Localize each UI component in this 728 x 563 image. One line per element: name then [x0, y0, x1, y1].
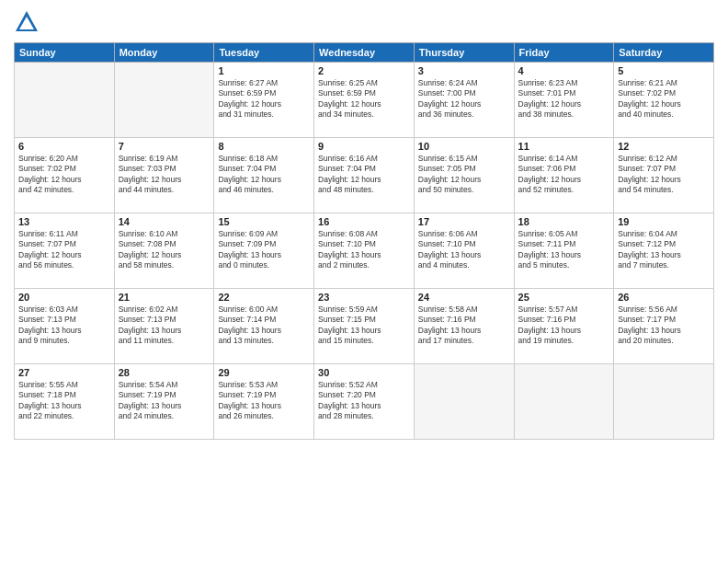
calendar-cell: 7Sunrise: 6:19 AM Sunset: 7:03 PM Daylig… [114, 138, 214, 213]
day-number: 24 [418, 292, 510, 303]
day-info: Sunrise: 6:11 AM Sunset: 7:07 PM Dayligh… [18, 229, 110, 271]
day-info: Sunrise: 6:24 AM Sunset: 7:00 PM Dayligh… [418, 78, 510, 121]
day-info: Sunrise: 6:04 AM Sunset: 7:12 PM Dayligh… [618, 229, 710, 271]
day-info: Sunrise: 5:56 AM Sunset: 7:17 PM Dayligh… [618, 304, 710, 347]
day-number: 11 [518, 141, 610, 152]
day-number: 30 [318, 367, 410, 378]
calendar-week-4: 27Sunrise: 5:55 AM Sunset: 7:18 PM Dayli… [15, 364, 714, 440]
day-info: Sunrise: 6:10 AM Sunset: 7:08 PM Dayligh… [119, 229, 210, 271]
day-number: 27 [18, 367, 110, 378]
calendar-cell [15, 63, 115, 138]
calendar-week-0: 1Sunrise: 6:27 AM Sunset: 6:59 PM Daylig… [15, 63, 714, 138]
day-number: 13 [18, 216, 110, 227]
day-number: 4 [518, 65, 610, 76]
day-info: Sunrise: 5:54 AM Sunset: 7:19 PM Dayligh… [119, 380, 210, 422]
day-info: Sunrise: 5:52 AM Sunset: 7:20 PM Dayligh… [318, 380, 410, 422]
header [14, 9, 714, 35]
day-number: 21 [119, 292, 210, 303]
day-info: Sunrise: 6:06 AM Sunset: 7:10 PM Dayligh… [418, 229, 510, 271]
day-info: Sunrise: 6:27 AM Sunset: 6:59 PM Dayligh… [218, 78, 310, 121]
calendar-cell: 21Sunrise: 6:02 AM Sunset: 7:13 PM Dayli… [114, 289, 214, 364]
calendar-header-wednesday: Wednesday [314, 43, 415, 63]
calendar-body: 1Sunrise: 6:27 AM Sunset: 6:59 PM Daylig… [15, 63, 714, 440]
calendar-cell: 4Sunrise: 6:23 AM Sunset: 7:01 PM Daylig… [514, 63, 614, 138]
day-number: 12 [618, 141, 710, 152]
calendar-header-friday: Friday [514, 43, 614, 63]
day-number: 6 [18, 141, 110, 152]
calendar-header-monday: Monday [114, 43, 214, 63]
calendar-cell: 28Sunrise: 5:54 AM Sunset: 7:19 PM Dayli… [114, 364, 214, 440]
calendar-cell [614, 364, 714, 440]
calendar-cell: 3Sunrise: 6:24 AM Sunset: 7:00 PM Daylig… [414, 63, 514, 138]
calendar-cell: 12Sunrise: 6:12 AM Sunset: 7:07 PM Dayli… [614, 138, 714, 213]
calendar-cell: 18Sunrise: 6:05 AM Sunset: 7:11 PM Dayli… [514, 213, 614, 289]
logo-icon [14, 9, 40, 35]
day-info: Sunrise: 6:25 AM Sunset: 6:59 PM Dayligh… [318, 78, 410, 121]
calendar-cell: 30Sunrise: 5:52 AM Sunset: 7:20 PM Dayli… [314, 364, 415, 440]
calendar-cell [114, 63, 214, 138]
calendar-week-2: 13Sunrise: 6:11 AM Sunset: 7:07 PM Dayli… [15, 213, 714, 289]
calendar-cell: 1Sunrise: 6:27 AM Sunset: 6:59 PM Daylig… [214, 63, 314, 138]
calendar-cell: 2Sunrise: 6:25 AM Sunset: 6:59 PM Daylig… [314, 63, 415, 138]
day-number: 29 [218, 367, 310, 378]
calendar-cell: 14Sunrise: 6:10 AM Sunset: 7:08 PM Dayli… [114, 213, 214, 289]
calendar-cell: 25Sunrise: 5:57 AM Sunset: 7:16 PM Dayli… [514, 289, 614, 364]
calendar-cell: 19Sunrise: 6:04 AM Sunset: 7:12 PM Dayli… [614, 213, 714, 289]
day-number: 2 [318, 65, 410, 76]
calendar-cell: 5Sunrise: 6:21 AM Sunset: 7:02 PM Daylig… [614, 63, 714, 138]
day-number: 5 [618, 65, 710, 76]
calendar-header-sunday: Sunday [15, 43, 115, 63]
day-number: 28 [119, 367, 210, 378]
day-number: 8 [218, 141, 310, 152]
day-info: Sunrise: 6:20 AM Sunset: 7:02 PM Dayligh… [18, 154, 110, 196]
day-info: Sunrise: 6:16 AM Sunset: 7:04 PM Dayligh… [318, 154, 410, 196]
day-info: Sunrise: 6:05 AM Sunset: 7:11 PM Dayligh… [518, 229, 610, 271]
calendar-header-tuesday: Tuesday [214, 43, 314, 63]
day-info: Sunrise: 6:02 AM Sunset: 7:13 PM Dayligh… [119, 304, 210, 347]
calendar-cell: 8Sunrise: 6:18 AM Sunset: 7:04 PM Daylig… [214, 138, 314, 213]
day-info: Sunrise: 6:03 AM Sunset: 7:13 PM Dayligh… [18, 304, 110, 347]
day-info: Sunrise: 6:12 AM Sunset: 7:07 PM Dayligh… [618, 154, 710, 196]
day-number: 26 [618, 292, 710, 303]
day-info: Sunrise: 5:55 AM Sunset: 7:18 PM Dayligh… [18, 380, 110, 422]
calendar-cell: 17Sunrise: 6:06 AM Sunset: 7:10 PM Dayli… [414, 213, 514, 289]
day-number: 18 [518, 216, 610, 227]
calendar-cell: 16Sunrise: 6:08 AM Sunset: 7:10 PM Dayli… [314, 213, 415, 289]
logo [14, 9, 42, 35]
day-number: 25 [518, 292, 610, 303]
calendar-cell: 20Sunrise: 6:03 AM Sunset: 7:13 PM Dayli… [15, 289, 115, 364]
calendar-cell [414, 364, 514, 440]
calendar-cell: 11Sunrise: 6:14 AM Sunset: 7:06 PM Dayli… [514, 138, 614, 213]
day-info: Sunrise: 6:14 AM Sunset: 7:06 PM Dayligh… [518, 154, 610, 196]
day-info: Sunrise: 6:08 AM Sunset: 7:10 PM Dayligh… [318, 229, 410, 271]
day-number: 23 [318, 292, 410, 303]
day-info: Sunrise: 5:58 AM Sunset: 7:16 PM Dayligh… [418, 304, 510, 347]
day-info: Sunrise: 6:00 AM Sunset: 7:14 PM Dayligh… [218, 304, 310, 347]
calendar-header-saturday: Saturday [614, 43, 714, 63]
day-info: Sunrise: 6:23 AM Sunset: 7:01 PM Dayligh… [518, 78, 610, 121]
day-number: 22 [218, 292, 310, 303]
calendar-cell [514, 364, 614, 440]
day-number: 15 [218, 216, 310, 227]
day-info: Sunrise: 6:15 AM Sunset: 7:05 PM Dayligh… [418, 154, 510, 196]
calendar-cell: 10Sunrise: 6:15 AM Sunset: 7:05 PM Dayli… [414, 138, 514, 213]
day-info: Sunrise: 5:59 AM Sunset: 7:15 PM Dayligh… [318, 304, 410, 347]
calendar-cell: 15Sunrise: 6:09 AM Sunset: 7:09 PM Dayli… [214, 213, 314, 289]
calendar-cell: 9Sunrise: 6:16 AM Sunset: 7:04 PM Daylig… [314, 138, 415, 213]
day-number: 14 [119, 216, 210, 227]
calendar-cell: 27Sunrise: 5:55 AM Sunset: 7:18 PM Dayli… [15, 364, 115, 440]
calendar-cell: 26Sunrise: 5:56 AM Sunset: 7:17 PM Dayli… [614, 289, 714, 364]
calendar-cell: 22Sunrise: 6:00 AM Sunset: 7:14 PM Dayli… [214, 289, 314, 364]
calendar-cell: 24Sunrise: 5:58 AM Sunset: 7:16 PM Dayli… [414, 289, 514, 364]
calendar-table: SundayMondayTuesdayWednesdayThursdayFrid… [14, 42, 714, 440]
day-number: 19 [618, 216, 710, 227]
calendar-week-3: 20Sunrise: 6:03 AM Sunset: 7:13 PM Dayli… [15, 289, 714, 364]
day-info: Sunrise: 6:19 AM Sunset: 7:03 PM Dayligh… [119, 154, 210, 196]
calendar-cell: 13Sunrise: 6:11 AM Sunset: 7:07 PM Dayli… [15, 213, 115, 289]
day-number: 20 [18, 292, 110, 303]
calendar-cell: 6Sunrise: 6:20 AM Sunset: 7:02 PM Daylig… [15, 138, 115, 213]
calendar-cell: 23Sunrise: 5:59 AM Sunset: 7:15 PM Dayli… [314, 289, 415, 364]
day-number: 1 [218, 65, 310, 76]
day-number: 7 [119, 141, 210, 152]
day-info: Sunrise: 6:09 AM Sunset: 7:09 PM Dayligh… [218, 229, 310, 271]
